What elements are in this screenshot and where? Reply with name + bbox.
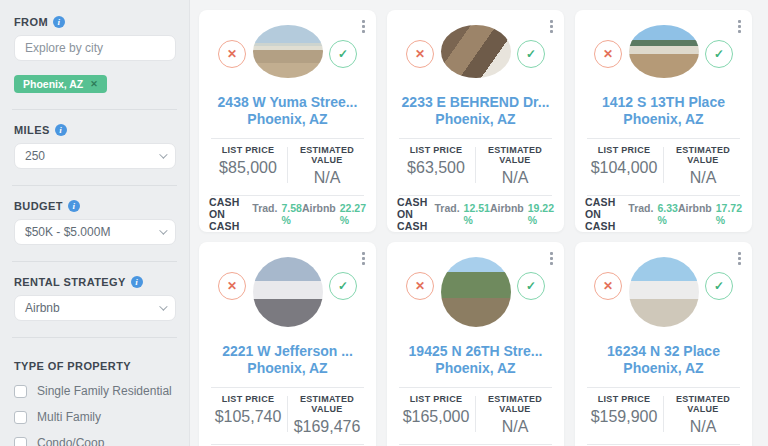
miles-select[interactable]: 250 bbox=[14, 143, 176, 169]
property-card: ✕ ✓ 2221 W Jefferson ... Phoenix, AZ LIS… bbox=[199, 242, 376, 446]
property-card: ✕ ✓ 2233 E BEHREND Dr... Phoenix, AZ LIS… bbox=[387, 10, 564, 232]
airbnb-pair: Airbnb 22.27 % bbox=[302, 202, 366, 226]
property-address-link[interactable]: 1412 S 13TH Place Phoenix, AZ bbox=[575, 94, 752, 128]
list-price-value: $63,500 bbox=[397, 159, 475, 177]
trad-value: 6.33 % bbox=[657, 202, 677, 226]
kebab-menu-icon[interactable] bbox=[736, 250, 743, 267]
airbnb-value: 22.27 % bbox=[340, 202, 366, 226]
property-photo[interactable] bbox=[253, 25, 323, 78]
list-price-block: LIST PRICE $85,000 bbox=[209, 145, 287, 185]
address-city: Phoenix, AZ bbox=[199, 360, 376, 377]
trad-pair: Trad. 7.58 % bbox=[252, 202, 302, 226]
address-line: 1412 S 13TH Place bbox=[575, 94, 752, 111]
airbnb-value: 19.22 % bbox=[528, 202, 554, 226]
info-icon[interactable]: i bbox=[68, 200, 80, 212]
address-line: 2438 W Yuma Stree... bbox=[199, 94, 376, 111]
info-icon[interactable]: i bbox=[131, 276, 143, 288]
list-price-value: $105,740 bbox=[209, 408, 287, 426]
trad-pair: Trad. 12.51 % bbox=[435, 202, 490, 226]
multi-family-checkbox[interactable] bbox=[14, 411, 27, 424]
rental-strategy-select[interactable]: Airbnb bbox=[14, 295, 176, 321]
tag-close-icon[interactable]: ✕ bbox=[90, 79, 98, 89]
price-section: LIST PRICE $104,000 ESTIMATED VALUE N/A bbox=[575, 139, 752, 185]
from-label-text: FROM bbox=[14, 16, 48, 28]
single-family-checkbox[interactable] bbox=[14, 385, 27, 398]
estimated-value-block: ESTIMATED VALUE N/A bbox=[476, 394, 554, 434]
budget-label-text: BUDGET bbox=[14, 200, 63, 212]
accept-button[interactable]: ✓ bbox=[517, 40, 545, 68]
address-line: 2221 W Jefferson ... bbox=[199, 343, 376, 360]
rental-strategy-select-value: Airbnb bbox=[25, 301, 60, 315]
property-photo[interactable] bbox=[629, 25, 699, 78]
miles-select-value: 250 bbox=[25, 149, 45, 163]
cash-on-cash-section: CASH ON CASH Trad. 7.58 % Airbnb 22.27 % bbox=[199, 196, 376, 232]
price-section: LIST PRICE $105,740 ESTIMATED VALUE $169… bbox=[199, 388, 376, 434]
info-icon[interactable]: i bbox=[55, 124, 67, 136]
property-photo[interactable] bbox=[629, 257, 699, 327]
chevron-down-icon bbox=[159, 150, 167, 158]
estimated-value-label: ESTIMATED VALUE bbox=[288, 145, 366, 165]
property-type-option: Multi Family bbox=[14, 410, 175, 424]
property-address-link[interactable]: 16234 N 32 Place Phoenix, AZ bbox=[575, 343, 752, 377]
list-price-value: $104,000 bbox=[585, 159, 663, 177]
airbnb-pair: Airbnb 17.72 % bbox=[678, 202, 742, 226]
property-address-link[interactable]: 2221 W Jefferson ... Phoenix, AZ bbox=[199, 343, 376, 377]
budget-select[interactable]: $50K - $5.000M bbox=[14, 219, 176, 245]
accept-button[interactable]: ✓ bbox=[517, 272, 545, 300]
city-search-input[interactable] bbox=[25, 41, 165, 55]
sidebar-divider bbox=[12, 261, 177, 262]
property-address-link[interactable]: 2233 E BEHREND Dr... Phoenix, AZ bbox=[387, 94, 564, 128]
kebab-menu-icon[interactable] bbox=[548, 18, 555, 35]
property-address-link[interactable]: 2438 W Yuma Stree... Phoenix, AZ bbox=[199, 94, 376, 128]
estimated-value-label: ESTIMATED VALUE bbox=[288, 394, 366, 414]
airbnb-label: Airbnb bbox=[302, 202, 336, 226]
estimated-value-block: ESTIMATED VALUE N/A bbox=[288, 145, 366, 185]
checkbox-label: Multi Family bbox=[37, 410, 101, 424]
cash-on-cash-section: CASH ON CASH Trad. 6.33 % Airbnb 17.72 % bbox=[575, 196, 752, 232]
accept-button[interactable]: ✓ bbox=[329, 272, 357, 300]
reject-button[interactable]: ✕ bbox=[406, 272, 434, 300]
address-city: Phoenix, AZ bbox=[575, 360, 752, 377]
miles-filter-label: MILES i bbox=[14, 124, 175, 136]
estimated-value-label: ESTIMATED VALUE bbox=[664, 145, 742, 165]
rental-strategy-filter-label: RENTAL STRATEGY i bbox=[14, 276, 175, 288]
reject-button[interactable]: ✕ bbox=[594, 40, 622, 68]
kebab-menu-icon[interactable] bbox=[736, 18, 743, 35]
estimated-value-value: N/A bbox=[664, 418, 742, 436]
estimated-value-label: ESTIMATED VALUE bbox=[476, 394, 554, 414]
property-address-link[interactable]: 19425 N 26TH Stre... Phoenix, AZ bbox=[387, 343, 564, 377]
property-photo[interactable] bbox=[441, 25, 511, 78]
reject-button[interactable]: ✕ bbox=[406, 40, 434, 68]
info-icon[interactable]: i bbox=[53, 16, 65, 28]
reject-button[interactable]: ✕ bbox=[594, 272, 622, 300]
miles-label-text: MILES bbox=[14, 124, 50, 136]
estimated-value-value: $169,476 bbox=[288, 418, 366, 436]
list-price-block: LIST PRICE $105,740 bbox=[209, 394, 287, 434]
kebab-menu-icon[interactable] bbox=[360, 18, 367, 35]
estimated-value-block: ESTIMATED VALUE $169,476 bbox=[288, 394, 366, 434]
accept-button[interactable]: ✓ bbox=[705, 272, 733, 300]
kebab-menu-icon[interactable] bbox=[548, 250, 555, 267]
location-tag[interactable]: Phoenix, AZ ✕ bbox=[14, 75, 107, 93]
reject-button[interactable]: ✕ bbox=[218, 272, 246, 300]
address-city: Phoenix, AZ bbox=[387, 360, 564, 377]
accept-button[interactable]: ✓ bbox=[329, 40, 357, 68]
price-section: LIST PRICE $63,500 ESTIMATED VALUE N/A bbox=[387, 139, 564, 185]
property-card: ✕ ✓ 1412 S 13TH Place Phoenix, AZ LIST P… bbox=[575, 10, 752, 232]
accept-button[interactable]: ✓ bbox=[705, 40, 733, 68]
property-card: ✕ ✓ 16234 N 32 Place Phoenix, AZ LIST PR… bbox=[575, 242, 752, 446]
trad-label: Trad. bbox=[252, 202, 277, 226]
condo-coop-checkbox[interactable] bbox=[14, 437, 27, 446]
property-photo[interactable] bbox=[441, 257, 511, 327]
list-price-block: LIST PRICE $104,000 bbox=[585, 145, 663, 185]
property-photo[interactable] bbox=[253, 257, 323, 327]
trad-label: Trad. bbox=[628, 202, 653, 226]
rental-strategy-label-text: RENTAL STRATEGY bbox=[14, 276, 126, 288]
address-city: Phoenix, AZ bbox=[575, 111, 752, 128]
kebab-menu-icon[interactable] bbox=[360, 250, 367, 267]
budget-filter-label: BUDGET i bbox=[14, 200, 175, 212]
reject-button[interactable]: ✕ bbox=[218, 40, 246, 68]
estimated-value-value: N/A bbox=[476, 418, 554, 436]
price-section: LIST PRICE $165,000 ESTIMATED VALUE N/A bbox=[387, 388, 564, 434]
property-type-label-text: TYPE OF PROPERTY bbox=[14, 360, 131, 372]
